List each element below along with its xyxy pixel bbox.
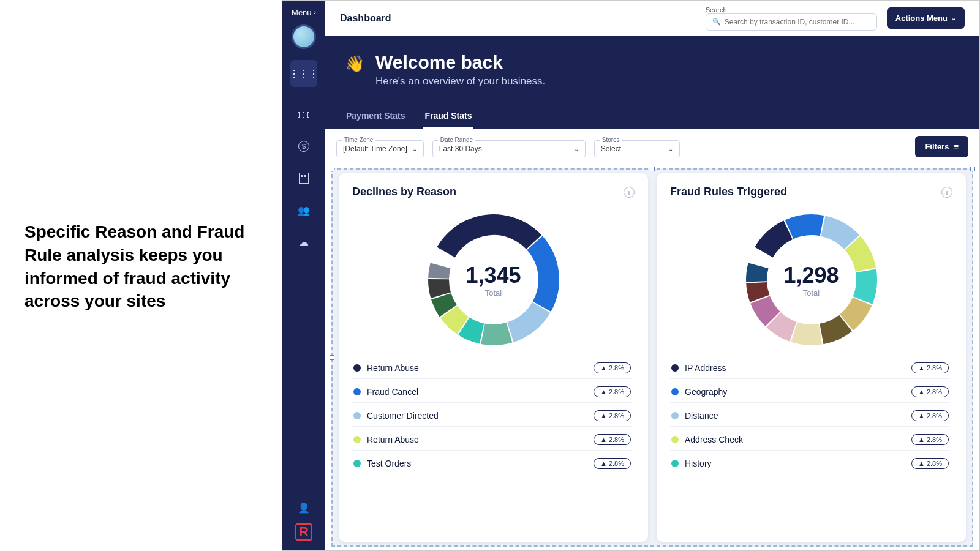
trend-pill: ▲ 2.8% (911, 410, 949, 421)
legend-swatch (671, 436, 679, 443)
stores-select[interactable]: Stores Select⌄ (594, 140, 680, 157)
trend-pill: ▲ 2.8% (594, 458, 631, 469)
legend-name: Return Abuse (367, 363, 419, 373)
trend-pill: ▲ 2.8% (911, 386, 949, 397)
legend-name: Test Orders (367, 459, 411, 468)
tabs: Payment Stats Fraud Stats (345, 105, 960, 129)
resize-handle[interactable] (650, 167, 655, 171)
search-box[interactable]: 🔍 (706, 13, 877, 31)
trend-pill: ▲ 2.8% (594, 434, 631, 445)
trend-pill: ▲ 2.8% (594, 410, 631, 421)
nav-currency[interactable]: $ (290, 133, 317, 160)
info-icon[interactable]: i (941, 187, 952, 198)
legend-swatch (671, 388, 679, 395)
donut-total-value: 1,345 (466, 263, 521, 288)
side-nav: Menu › ⋮⋮⋮ ⫾⫾⫾ $ 👥 ☁ 👤 R (282, 1, 325, 550)
donut-chart-declines: 1,345 Total (423, 209, 564, 350)
legend-row[interactable]: IP Address▲ 2.8% (670, 360, 950, 379)
card-fraud-rules: Fraud Rules Triggered i 1,298 Total IP A… (657, 173, 966, 542)
daterange-value: Last 30 Days (439, 144, 482, 153)
legend-name: Customer Directed (367, 411, 439, 421)
nav-cloud[interactable]: ☁ (290, 228, 317, 255)
legend-swatch (353, 436, 361, 443)
legend-row[interactable]: History▲ 2.8% (670, 455, 950, 470)
page-title: Dashboard (340, 13, 391, 24)
legend-swatch (671, 412, 679, 419)
legend-swatch (671, 364, 679, 372)
tab-payment-stats[interactable]: Payment Stats (345, 105, 406, 129)
stores-label: Stores (600, 137, 622, 143)
menu-label: Menu (292, 8, 312, 17)
chevron-right-icon: › (314, 9, 316, 16)
resize-handle[interactable] (330, 355, 334, 360)
timezone-select[interactable]: Time Zone [Default Time Zone]⌄ (336, 140, 424, 157)
legend-swatch (353, 460, 361, 467)
legend-swatch (353, 364, 361, 372)
legend-row[interactable]: Customer Directed▲ 2.8% (352, 408, 632, 427)
avatar[interactable] (292, 24, 316, 49)
users-icon: 👥 (298, 204, 310, 216)
legend-row[interactable]: Address Check▲ 2.8% (670, 432, 950, 451)
card-title: Declines by Reason (352, 186, 456, 198)
search-input[interactable] (725, 18, 870, 26)
wave-icon: 👋 (345, 56, 364, 72)
nav-apps[interactable]: ⋮⋮⋮ (290, 60, 317, 87)
legend-name: Fraud Cancel (367, 387, 418, 397)
trend-pill: ▲ 2.8% (911, 434, 949, 445)
filter-icon: ≡ (954, 142, 959, 151)
legend-name: Geography (685, 387, 727, 397)
resize-handle[interactable] (330, 167, 334, 171)
cards-selection-frame: Declines by Reason i 1,345 Total Return … (331, 168, 973, 547)
hero-subheading: Here's an overview of your business. (375, 75, 545, 88)
trend-pill: ▲ 2.8% (911, 458, 949, 469)
nav-building[interactable] (290, 165, 317, 192)
legend-declines[interactable]: Return Abuse▲ 2.8%Fraud Cancel▲ 2.8%Cust… (352, 360, 635, 470)
legend-name: Address Check (685, 435, 743, 444)
legend-row[interactable]: Return Abuse▲ 2.8% (352, 432, 632, 451)
resize-handle[interactable] (970, 167, 975, 171)
nav-users[interactable]: 👥 (290, 197, 317, 223)
marketing-caption: Specific Reason and Fraud Rule analysis … (24, 220, 257, 313)
legend-row[interactable]: Distance▲ 2.8% (670, 408, 950, 427)
timezone-label: Time Zone (342, 137, 375, 143)
info-icon[interactable]: i (624, 187, 635, 198)
actions-label: Actions Menu (895, 13, 948, 23)
daterange-select[interactable]: Date Range Last 30 Days⌄ (432, 140, 586, 157)
legend-row[interactable]: Fraud Cancel▲ 2.8% (352, 384, 632, 403)
nav-profile[interactable]: 👤 (290, 494, 317, 521)
hero-banner: 👋 Welcome back Here's an overview of you… (325, 36, 979, 129)
bar-chart-icon: ⫾⫾⫾ (296, 109, 311, 120)
legend-name: History (685, 459, 712, 468)
nav-charts[interactable]: ⫾⫾⫾ (290, 101, 317, 128)
filters-btn-label: Filters (925, 142, 949, 151)
chevron-down-icon: ⌄ (574, 146, 579, 152)
main-pane: Dashboard Search 🔍 Actions Menu ⌄ 👋 Welc… (325, 1, 979, 550)
legend-row[interactable]: Test Orders▲ 2.8% (352, 455, 632, 470)
donut-total-value: 1,298 (783, 263, 839, 288)
hero-heading: Welcome back (375, 52, 545, 73)
actions-menu-button[interactable]: Actions Menu ⌄ (887, 7, 965, 29)
filters-row: Time Zone [Default Time Zone]⌄ Date Rang… (325, 129, 979, 165)
legend-row[interactable]: Return Abuse▲ 2.8% (352, 360, 632, 379)
donut-total-label: Total (485, 288, 502, 298)
legend-fraud[interactable]: IP Address▲ 2.8%Geography▲ 2.8%Distance▲… (670, 360, 952, 470)
brand-logo[interactable]: R (295, 523, 312, 541)
menu-toggle[interactable]: Menu › (292, 8, 316, 17)
legend-name: Distance (685, 411, 718, 421)
card-declines: Declines by Reason i 1,345 Total Return … (339, 173, 648, 542)
nav-divider (292, 92, 316, 92)
grid-icon: ⋮⋮⋮ (289, 68, 318, 80)
filters-button[interactable]: Filters ≡ (915, 136, 968, 157)
chevron-down-icon: ⌄ (668, 146, 673, 152)
legend-name: IP Address (685, 363, 726, 373)
chevron-down-icon: ⌄ (951, 15, 956, 21)
legend-swatch (353, 388, 361, 395)
tab-fraud-stats[interactable]: Fraud Stats (423, 105, 473, 129)
card-title: Fraud Rules Triggered (670, 186, 787, 198)
profile-icon: 👤 (298, 502, 310, 514)
search-label: Search (706, 6, 877, 13)
legend-row[interactable]: Geography▲ 2.8% (670, 384, 950, 403)
donut-chart-fraud: 1,298 Total (741, 209, 882, 350)
trend-pill: ▲ 2.8% (911, 362, 949, 373)
donut-total-label: Total (803, 288, 820, 298)
